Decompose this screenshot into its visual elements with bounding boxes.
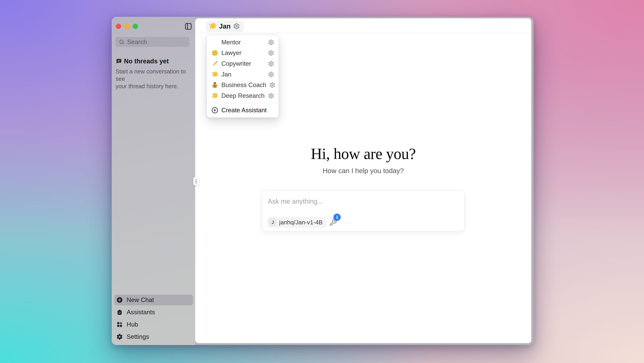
waving-hand-emoji-icon <box>209 22 216 30</box>
menu-item-copywriter[interactable]: Copywriter <box>207 58 278 69</box>
composer-card: J janhq/Jan-v1-4B 1 <box>262 190 464 231</box>
menu-item-business-coach[interactable]: Business Coach <box>207 80 278 90</box>
grip-dots-icon <box>195 179 198 184</box>
current-assistant-name: Jan <box>219 23 230 30</box>
assistant-settings-icon[interactable] <box>268 50 274 56</box>
sidebar-nav: New Chat Assistants Hub Settings <box>112 17 195 345</box>
plus-circle-icon <box>116 297 123 303</box>
nav-label: New Chat <box>127 296 154 303</box>
menu-item-deep-research[interactable]: Deep Research <box>207 90 278 101</box>
create-assistant-label: Create Assistant <box>222 107 266 114</box>
nav-label: Settings <box>127 333 149 340</box>
assistant-dropdown-menu: Mentor Lawyer Copywriter Jan <box>206 35 279 118</box>
sidebar-item-assistants[interactable]: Assistants <box>114 307 193 318</box>
hub-grid-plus-icon <box>116 321 123 328</box>
waving-hand-emoji-icon <box>211 71 218 78</box>
assistant-bot-icon <box>116 309 123 316</box>
menu-item-label: Copywriter <box>222 60 251 67</box>
menu-item-label: Business Coach <box>222 82 266 89</box>
assistant-settings-icon[interactable] <box>268 93 274 99</box>
gear-filled-icon <box>116 333 123 340</box>
sidebar-item-new-chat[interactable]: New Chat <box>114 295 193 305</box>
plus-circle-outline-icon <box>211 107 218 114</box>
assistant-gear-icon[interactable] <box>233 23 240 30</box>
sidebar-item-settings[interactable]: Settings <box>114 331 193 342</box>
menu-item-mentor[interactable]: Mentor <box>207 37 278 48</box>
greeting-subtitle: How can I help you today? <box>195 167 531 175</box>
nav-label: Assistants <box>127 309 155 316</box>
assistant-settings-icon[interactable] <box>268 71 274 78</box>
money-bag-emoji-icon <box>211 82 218 89</box>
assistant-selector-button[interactable]: Jan <box>206 21 244 32</box>
app-window: No threads yet Start a new conversation … <box>112 17 534 345</box>
assistant-settings-icon[interactable] <box>269 82 275 88</box>
main-header: Jan <box>195 18 531 33</box>
pencil-emoji-icon <box>211 60 218 67</box>
greeting-title: Hi, how are you? <box>195 145 531 163</box>
nav-label: Hub <box>127 321 138 328</box>
desktop-background: No threads yet Start a new conversation … <box>0 0 644 363</box>
menu-item-label: Lawyer <box>222 49 241 57</box>
tools-count-badge: 1 <box>334 214 341 221</box>
model-selector-button[interactable]: J janhq/Jan-v1-4B <box>268 217 327 228</box>
zipper-mouth-face-emoji-icon <box>211 49 218 57</box>
chat-input[interactable] <box>268 198 452 205</box>
orange-circle-emoji-icon <box>211 39 218 46</box>
menu-item-label: Mentor <box>222 39 241 46</box>
menu-item-lawyer[interactable]: Lawyer <box>207 48 278 59</box>
menu-item-label: Jan <box>222 71 232 78</box>
sidebar: No threads yet Start a new conversation … <box>112 17 195 345</box>
assistant-settings-icon[interactable] <box>268 39 274 45</box>
sidebar-item-hub[interactable]: Hub <box>114 319 193 330</box>
menu-item-jan[interactable]: Jan <box>207 69 278 80</box>
model-avatar: J <box>269 218 277 226</box>
assistant-settings-icon[interactable] <box>268 61 274 67</box>
waving-hand-emoji-icon <box>211 92 218 99</box>
menu-item-create-assistant[interactable]: Create Assistant <box>207 103 278 117</box>
main-panel: Jan Mentor Lawyer Copywriter <box>195 18 531 343</box>
model-name: janhq/Jan-v1-4B <box>279 219 323 226</box>
sidebar-resize-handle[interactable] <box>193 177 199 185</box>
menu-item-label: Deep Research <box>222 92 264 99</box>
